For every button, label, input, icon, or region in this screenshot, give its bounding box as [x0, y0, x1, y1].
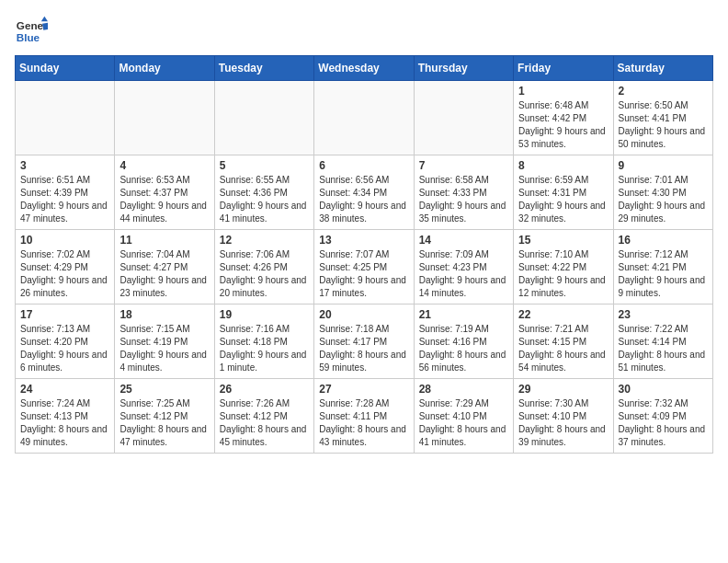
day-info: Sunrise: 7:21 AMSunset: 4:15 PMDaylight:…	[518, 323, 608, 374]
day-info: Sunrise: 7:22 AMSunset: 4:14 PMDaylight:…	[619, 323, 708, 374]
calendar-cell: 28Sunrise: 7:29 AMSunset: 4:10 PMDayligh…	[414, 379, 513, 454]
day-info: Sunrise: 7:10 AMSunset: 4:22 PMDaylight:…	[518, 248, 608, 300]
day-number: 28	[419, 383, 508, 396]
calendar-cell: 25Sunrise: 7:25 AMSunset: 4:12 PMDayligh…	[115, 379, 214, 454]
calendar-header-row: SundayMondayTuesdayWednesdayThursdayFrid…	[16, 56, 713, 81]
day-info: Sunrise: 7:04 AMSunset: 4:27 PMDaylight:…	[119, 248, 209, 300]
calendar-cell: 13Sunrise: 7:07 AMSunset: 4:25 PMDayligh…	[314, 230, 414, 304]
logo-icon: General Blue	[15, 15, 48, 48]
header-wednesday: Wednesday	[314, 56, 414, 81]
day-number: 21	[419, 308, 508, 321]
calendar-week-row: 10Sunrise: 7:02 AMSunset: 4:29 PMDayligh…	[16, 230, 713, 304]
calendar-cell: 20Sunrise: 7:18 AMSunset: 4:17 PMDayligh…	[314, 304, 414, 379]
header-friday: Friday	[514, 56, 613, 81]
day-info: Sunrise: 7:18 AMSunset: 4:17 PMDaylight:…	[319, 323, 408, 374]
day-number: 4	[119, 159, 209, 172]
day-number: 26	[220, 383, 309, 396]
day-number: 15	[518, 234, 608, 247]
page-header: General Blue	[15, 15, 713, 48]
calendar-cell: 4Sunrise: 6:53 AMSunset: 4:37 PMDaylight…	[115, 155, 214, 230]
calendar-cell: 26Sunrise: 7:26 AMSunset: 4:12 PMDayligh…	[214, 379, 313, 454]
day-number: 25	[119, 383, 209, 396]
day-number: 7	[419, 159, 508, 172]
calendar-cell	[414, 81, 513, 155]
header-thursday: Thursday	[414, 56, 513, 81]
day-number: 17	[20, 308, 109, 321]
calendar-cell: 6Sunrise: 6:56 AMSunset: 4:34 PMDaylight…	[314, 155, 414, 230]
calendar-cell: 11Sunrise: 7:04 AMSunset: 4:27 PMDayligh…	[115, 230, 214, 304]
day-info: Sunrise: 6:53 AMSunset: 4:37 PMDaylight:…	[119, 174, 209, 225]
day-info: Sunrise: 7:28 AMSunset: 4:11 PMDaylight:…	[319, 397, 408, 449]
day-number: 27	[319, 383, 408, 396]
calendar-cell	[115, 81, 214, 155]
day-info: Sunrise: 7:12 AMSunset: 4:21 PMDaylight:…	[619, 248, 708, 300]
calendar-cell: 29Sunrise: 7:30 AMSunset: 4:10 PMDayligh…	[514, 379, 613, 454]
calendar-cell: 14Sunrise: 7:09 AMSunset: 4:23 PMDayligh…	[414, 230, 513, 304]
calendar-cell: 5Sunrise: 6:55 AMSunset: 4:36 PMDaylight…	[214, 155, 313, 230]
calendar-cell: 3Sunrise: 6:51 AMSunset: 4:39 PMDaylight…	[16, 155, 115, 230]
calendar-cell: 10Sunrise: 7:02 AMSunset: 4:29 PMDayligh…	[16, 230, 115, 304]
day-info: Sunrise: 6:50 AMSunset: 4:41 PMDaylight:…	[619, 99, 708, 151]
calendar-cell	[16, 81, 115, 155]
calendar-cell: 23Sunrise: 7:22 AMSunset: 4:14 PMDayligh…	[613, 304, 712, 379]
day-number: 24	[20, 383, 109, 396]
calendar-cell: 16Sunrise: 7:12 AMSunset: 4:21 PMDayligh…	[613, 230, 712, 304]
day-number: 29	[518, 383, 608, 396]
day-info: Sunrise: 7:07 AMSunset: 4:25 PMDaylight:…	[319, 248, 408, 300]
header-sunday: Sunday	[16, 56, 115, 81]
calendar-cell: 18Sunrise: 7:15 AMSunset: 4:19 PMDayligh…	[115, 304, 214, 379]
calendar-cell: 8Sunrise: 6:59 AMSunset: 4:31 PMDaylight…	[514, 155, 613, 230]
calendar-cell: 27Sunrise: 7:28 AMSunset: 4:11 PMDayligh…	[314, 379, 414, 454]
calendar-cell: 2Sunrise: 6:50 AMSunset: 4:41 PMDaylight…	[613, 81, 712, 155]
calendar-cell	[314, 81, 414, 155]
header-monday: Monday	[115, 56, 214, 81]
day-number: 19	[220, 308, 309, 321]
calendar-cell: 9Sunrise: 7:01 AMSunset: 4:30 PMDaylight…	[613, 155, 712, 230]
day-info: Sunrise: 7:19 AMSunset: 4:16 PMDaylight:…	[419, 323, 508, 374]
day-info: Sunrise: 7:29 AMSunset: 4:10 PMDaylight:…	[419, 397, 508, 449]
day-info: Sunrise: 6:51 AMSunset: 4:39 PMDaylight:…	[20, 174, 109, 225]
day-number: 1	[518, 85, 608, 98]
day-info: Sunrise: 6:59 AMSunset: 4:31 PMDaylight:…	[518, 174, 608, 225]
day-info: Sunrise: 6:56 AMSunset: 4:34 PMDaylight:…	[319, 174, 408, 225]
day-info: Sunrise: 7:09 AMSunset: 4:23 PMDaylight:…	[419, 248, 508, 300]
day-number: 12	[220, 234, 309, 247]
day-info: Sunrise: 6:55 AMSunset: 4:36 PMDaylight:…	[220, 174, 309, 225]
day-info: Sunrise: 7:16 AMSunset: 4:18 PMDaylight:…	[220, 323, 309, 374]
calendar-cell: 15Sunrise: 7:10 AMSunset: 4:22 PMDayligh…	[514, 230, 613, 304]
day-number: 22	[518, 308, 608, 321]
day-info: Sunrise: 7:15 AMSunset: 4:19 PMDaylight:…	[119, 323, 209, 374]
day-number: 9	[619, 159, 708, 172]
day-number: 20	[319, 308, 408, 321]
day-number: 30	[619, 383, 708, 396]
calendar-cell: 24Sunrise: 7:24 AMSunset: 4:13 PMDayligh…	[16, 379, 115, 454]
day-number: 6	[319, 159, 408, 172]
day-number: 8	[518, 159, 608, 172]
logo: General Blue	[15, 15, 48, 48]
day-number: 10	[20, 234, 109, 247]
day-info: Sunrise: 7:30 AMSunset: 4:10 PMDaylight:…	[518, 397, 608, 449]
header-saturday: Saturday	[613, 56, 712, 81]
day-info: Sunrise: 6:58 AMSunset: 4:33 PMDaylight:…	[419, 174, 508, 225]
day-number: 14	[419, 234, 508, 247]
calendar-week-row: 1Sunrise: 6:48 AMSunset: 4:42 PMDaylight…	[16, 81, 713, 155]
calendar-week-row: 24Sunrise: 7:24 AMSunset: 4:13 PMDayligh…	[16, 379, 713, 454]
day-info: Sunrise: 7:13 AMSunset: 4:20 PMDaylight:…	[20, 323, 109, 374]
calendar-week-row: 17Sunrise: 7:13 AMSunset: 4:20 PMDayligh…	[16, 304, 713, 379]
day-info: Sunrise: 7:26 AMSunset: 4:12 PMDaylight:…	[220, 397, 309, 449]
svg-text:Blue: Blue	[17, 31, 40, 43]
calendar-cell: 19Sunrise: 7:16 AMSunset: 4:18 PMDayligh…	[214, 304, 313, 379]
calendar-cell: 21Sunrise: 7:19 AMSunset: 4:16 PMDayligh…	[414, 304, 513, 379]
day-number: 16	[619, 234, 708, 247]
calendar-cell: 7Sunrise: 6:58 AMSunset: 4:33 PMDaylight…	[414, 155, 513, 230]
day-info: Sunrise: 7:01 AMSunset: 4:30 PMDaylight:…	[619, 174, 708, 225]
day-number: 11	[119, 234, 209, 247]
day-info: Sunrise: 7:06 AMSunset: 4:26 PMDaylight:…	[220, 248, 309, 300]
day-number: 5	[220, 159, 309, 172]
day-info: Sunrise: 7:32 AMSunset: 4:09 PMDaylight:…	[619, 397, 708, 449]
day-info: Sunrise: 7:02 AMSunset: 4:29 PMDaylight:…	[20, 248, 109, 300]
day-number: 18	[119, 308, 209, 321]
day-number: 3	[20, 159, 109, 172]
calendar-cell	[214, 81, 313, 155]
day-info: Sunrise: 7:25 AMSunset: 4:12 PMDaylight:…	[119, 397, 209, 449]
